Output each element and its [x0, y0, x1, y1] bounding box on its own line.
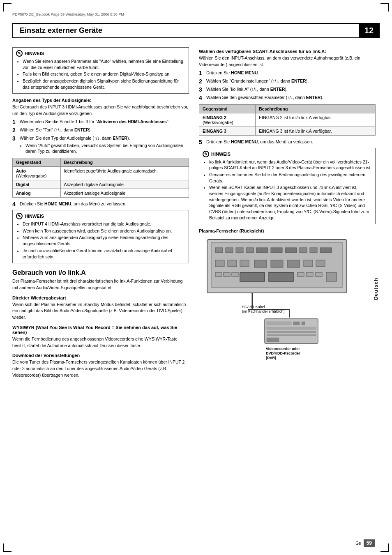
diagram-area: SCART-Kabel (im Fachhandel erhältlich) V…: [199, 237, 376, 365]
svg-rect-17: [287, 260, 300, 267]
svg-rect-16: [271, 260, 283, 267]
download-title: Download der Voreinstellungen: [12, 353, 189, 358]
hint-list-middle: Der INPUT 4 HDMI-Anschluss verarbeitet n…: [16, 221, 185, 260]
svg-rect-26: [307, 272, 313, 276]
scart-table: Gegenstand Beschreibung EINGANG 2(Werksv…: [199, 104, 376, 136]
step-1: 1 Wiederholen Sie die Schritte 1 bis 3 f…: [12, 119, 189, 125]
scart-steps-list: 1 Drücken Sie HOME MENU. 2 Wählen Sie "G…: [199, 70, 376, 101]
svg-text:SCART-Kabel: SCART-Kabel: [242, 305, 265, 309]
svg-rect-6: [256, 248, 268, 253]
page-container: PDP507XDE_Ge.book Page 59 Wednesday, May…: [0, 0, 392, 555]
two-col-layout: ✎ HINWEIS Wenn Sie einen anderen Paramet…: [12, 45, 380, 380]
hint-item: Wenn ein SCART-Kabel an INPUT 3 angeschl…: [209, 184, 372, 221]
svg-rect-10: [310, 248, 317, 253]
scart-col-header-beschreibung: Beschreibung: [256, 104, 376, 113]
step-3: 3 Wählen Sie den Typ der Audiosignale (↑…: [12, 135, 189, 154]
wysiwyr-title: WYSIWYR (What You See Is What You Record…: [12, 325, 189, 335]
hint-icon-right: ✎: [203, 151, 209, 157]
download-text: Die vom Tuner des Plasma-Fernsehers vore…: [12, 359, 189, 378]
table-row: Digital Akzeptiert digitale Audiosignale…: [13, 180, 189, 189]
svg-rect-3: [226, 248, 233, 253]
scart-step-4: 4 Wählen Sie den gewünschten Parameter (…: [199, 94, 376, 101]
svg-rect-25: [297, 272, 304, 276]
right-column: Wählen des verfügbaren SCART-Anschlusses…: [199, 45, 376, 380]
svg-rect-19: [316, 260, 325, 267]
hint-item: Näheres zum anzugebenden Audiosignaltyp …: [23, 235, 185, 246]
svg-rect-41: [267, 334, 316, 336]
page-number-area: Ge 59: [355, 539, 375, 547]
svg-rect-9: [300, 248, 307, 253]
lang-code: Ge: [355, 541, 361, 546]
audio-steps-list: 1 Wiederholen Sie die Schritte 1 bis 3 f…: [12, 119, 189, 154]
direkter-title: Direkter Wiedergabestart: [12, 295, 189, 300]
svg-rect-36: [267, 322, 291, 325]
hint-item: Wenn Sie einen anderen Parameter als "Au…: [23, 58, 185, 70]
hint-item: Genaueres entnehmen Sie bitte der Bedien…: [209, 172, 372, 184]
hint-icon-top: ✎: [16, 50, 23, 57]
svg-rect-23: [240, 272, 265, 281]
step5-scart: 5 Drücken Sie HOME MENU, um das Menü zu …: [199, 139, 376, 145]
header-bar: PDP507XDE_Ge.book Page 59 Wednesday, May…: [12, 12, 380, 18]
hint-icon-middle: ✎: [16, 213, 23, 219]
audio-signals-intro: Bei Gebrauch des INPUT 3 HDMI-Anschlusse…: [12, 104, 189, 117]
svg-rect-7: [271, 248, 282, 253]
left-column: ✎ HINWEIS Wenn Sie einen anderen Paramet…: [12, 45, 189, 380]
step-4-audio: 4 Drücken Sie HOME MENU, um das Menü zu …: [12, 201, 189, 207]
scart-step-2: 2 Wählen Sie "Grundeinstellungen" (↑/↓, …: [199, 78, 376, 85]
svg-rect-39: [267, 327, 316, 329]
title-box: Einsatz externer Geräte 12: [12, 23, 380, 38]
table-row: EINGANG 3 EINGANG 3 ist für i/o link.A v…: [199, 127, 376, 135]
table-row: Auto(Werksvorgabe) Identifiziert zugefüh…: [13, 167, 189, 180]
svg-text:(DVR): (DVR): [266, 356, 276, 360]
gebrauch-intro: Der Plasma-Fernseher ist mit drei charak…: [12, 278, 189, 291]
svg-rect-38: [302, 322, 305, 325]
svg-rect-24: [269, 272, 293, 281]
hint-title-middle: ✎ HINWEIS: [16, 213, 185, 219]
svg-rect-4: [236, 248, 243, 253]
svg-rect-40: [267, 331, 316, 333]
corner-tl: [3, 3, 12, 12]
scart-step-3: 3 Wählen Sie "i/o link.A" (↑/↓, dann ENT…: [199, 86, 376, 93]
hint-box-top: ✎ HINWEIS Wenn Sie einen anderen Paramet…: [12, 47, 189, 94]
table-row: Analog Akzeptiert analoge Audiosignale.: [13, 189, 189, 198]
svg-rect-8: [285, 248, 297, 253]
svg-text:Videorecorder oder: Videorecorder oder: [266, 347, 300, 351]
wysiwyr-text: Wenn die Fernbedienung des angeschlossen…: [12, 336, 189, 349]
svg-rect-2: [215, 248, 223, 253]
corner-bl: [3, 543, 12, 552]
svg-text:(im Fachhandel erhältlich): (im Fachhandel erhältlich): [242, 309, 285, 313]
svg-rect-12: [215, 260, 224, 267]
page-title: Einsatz externer Geräte: [20, 26, 102, 35]
scart-step-1: 1 Drücken Sie HOME MENU.: [199, 70, 376, 76]
plasma-title: Plasma-Fernseher (Rücksicht): [199, 228, 376, 233]
step4-audio: 4 Drücken Sie HOME MENU, um das Menü zu …: [12, 201, 189, 207]
page-number: 59: [364, 539, 375, 547]
hint-item: i/o link.A funktioniert nur, wenn das Au…: [209, 159, 372, 171]
plasma-diagram-svg: SCART-Kabel (im Fachhandel erhältlich) V…: [199, 237, 355, 365]
header-meta: PDP507XDE_Ge.book Page 59 Wednesday, May…: [12, 12, 380, 16]
hint-title-right: ✎ HINWEIS: [203, 151, 372, 157]
corner-tr: [380, 3, 389, 12]
scart-col-header-gegenstand: Gegenstand: [199, 104, 256, 113]
hint-item: Wenn kein Ton ausgegeben wird, geben Sie…: [23, 228, 185, 234]
sidebar-deutsch-label: Deutsch: [373, 278, 379, 300]
step-2: 2 Wählen Sie "Ton" (↑/↓, dann ENTER).: [12, 127, 189, 134]
gebrauch-title: Gebrauch von i/o link.A: [12, 269, 189, 276]
hint-item: Bezüglich der anzugebenden digitalen Sig…: [23, 78, 185, 90]
svg-rect-21: [224, 272, 230, 276]
svg-rect-28: [326, 272, 337, 281]
hint-list-top: Wenn Sie einen anderen Parameter als "Au…: [16, 58, 185, 90]
scart-intro: Wählen Sie den INPUT-Anschluss, an dem d…: [199, 55, 376, 68]
hint-item: Falls kein Bild erscheint, geben Sie ein…: [23, 71, 185, 77]
col-header-gegenstand: Gegenstand: [13, 158, 61, 167]
svg-rect-22: [232, 272, 238, 276]
chapter-badge: 12: [359, 24, 379, 37]
col-header-beschreibung: Beschreibung: [60, 158, 189, 167]
scart-title: Wählen des verfügbaren SCART-Anschlusses…: [199, 49, 376, 54]
hint-list-right: i/o link.A funktioniert nur, wenn das Au…: [203, 159, 372, 221]
hint-item: Je nach anzuschließendem Gerät können zu…: [23, 248, 185, 260]
svg-rect-42: [267, 338, 279, 342]
svg-rect-14: [240, 260, 249, 267]
svg-text:DVD/HDD-Recorder: DVD/HDD-Recorder: [266, 351, 300, 355]
svg-rect-27: [316, 272, 322, 276]
